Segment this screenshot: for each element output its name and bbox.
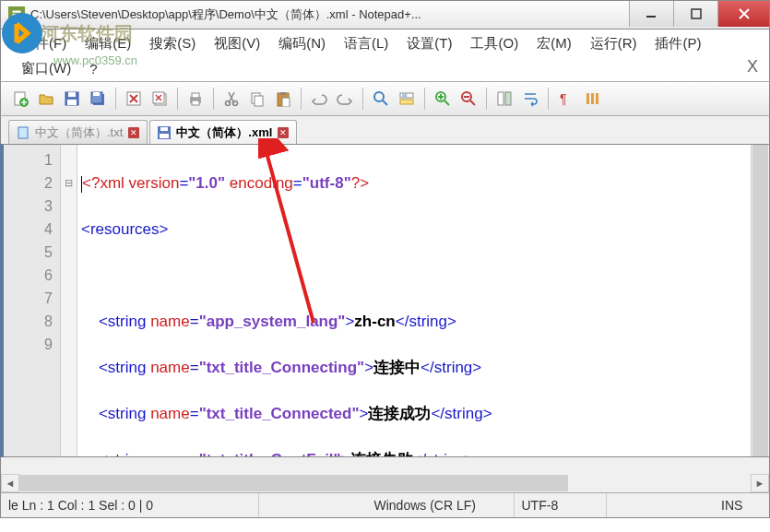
menu-plugins[interactable]: 插件(P) <box>649 33 706 54</box>
svg-rect-34 <box>18 127 28 138</box>
cut-button[interactable] <box>219 87 243 111</box>
tab-label: 中文（简体）.txt <box>35 124 123 141</box>
status-encoding: UTF-8 <box>515 493 607 517</box>
line-number: 6 <box>4 264 60 287</box>
open-file-button[interactable] <box>34 87 58 111</box>
menu-tools[interactable]: 工具(O) <box>465 33 524 54</box>
svg-rect-1 <box>646 16 656 18</box>
word-wrap-button[interactable] <box>518 87 542 111</box>
watermark-text: 河东软件园 <box>41 21 133 46</box>
paste-button[interactable] <box>271 87 295 111</box>
tab-label: 中文（简体）.xml <box>176 124 272 141</box>
find-button[interactable] <box>369 87 393 111</box>
menu-run[interactable]: 运行(R) <box>585 33 643 54</box>
code-editor[interactable]: <?xml version="1.0" encoding="utf-8"?> <… <box>77 145 751 456</box>
svg-point-19 <box>233 101 238 106</box>
svg-rect-27 <box>400 100 413 104</box>
line-number: 4 <box>4 218 60 241</box>
zoom-in-button[interactable] <box>431 87 455 111</box>
tab-xml-file[interactable]: 中文（简体）.xml ✕ <box>149 120 297 144</box>
fold-toggle[interactable]: ⊟ <box>61 171 77 195</box>
svg-rect-31 <box>498 92 503 105</box>
toolbar-separator <box>213 88 214 110</box>
svg-point-25 <box>374 92 384 101</box>
menu-search[interactable]: 搜索(S) <box>144 33 201 54</box>
svg-rect-8 <box>67 100 77 105</box>
scroll-right-icon[interactable]: ► <box>751 474 769 492</box>
file-icon <box>17 126 30 139</box>
svg-text:¶: ¶ <box>560 91 567 106</box>
undo-button[interactable] <box>307 87 331 111</box>
editor-area: 1 2 3 4 5 6 7 8 9 ⊟ <?xml version="1.0" … <box>0 144 770 457</box>
line-number: 9 <box>4 333 60 356</box>
redo-button[interactable] <box>333 87 357 111</box>
line-number: 7 <box>4 287 60 310</box>
tab-close-icon[interactable]: ✕ <box>278 127 289 138</box>
print-button[interactable] <box>184 87 207 111</box>
replace-button[interactable]: ab <box>395 87 419 111</box>
save-icon <box>158 126 171 139</box>
scroll-left-icon[interactable]: ◄ <box>1 474 19 492</box>
save-button[interactable] <box>60 87 84 111</box>
menu-view[interactable]: 视图(V) <box>208 33 266 54</box>
menu-encoding[interactable]: 编码(N) <box>273 33 331 54</box>
menu-language[interactable]: 语言(L) <box>338 33 394 54</box>
svg-rect-32 <box>505 92 511 105</box>
svg-point-18 <box>226 101 231 106</box>
watermark-overlay: 河东软件园 <box>0 11 133 55</box>
menu-help[interactable]: ? <box>84 59 102 78</box>
svg-rect-17 <box>192 100 199 105</box>
vertical-scrollbar[interactable] <box>751 145 769 456</box>
menu-close-icon[interactable]: X <box>747 57 758 77</box>
indent-guide-button[interactable] <box>580 87 604 111</box>
menu-macro[interactable]: 宏(M) <box>531 33 577 54</box>
tab-close-icon[interactable]: ✕ <box>128 127 139 138</box>
menu-settings[interactable]: 设置(T) <box>401 33 457 54</box>
menu-window[interactable]: 窗口(W) <box>16 58 77 79</box>
toolbar-separator <box>424 88 425 110</box>
tab-bar: 中文（简体）.txt ✕ 中文（简体）.xml ✕ <box>0 116 770 144</box>
new-file-button[interactable] <box>8 87 32 111</box>
watermark-logo-icon <box>0 11 44 55</box>
line-number: 8 <box>4 310 60 333</box>
line-number: 2 <box>4 171 60 195</box>
copy-button[interactable] <box>245 87 269 111</box>
maximize-button[interactable] <box>673 1 717 27</box>
tab-txt-file[interactable]: 中文（简体）.txt ✕ <box>8 120 148 144</box>
svg-rect-16 <box>192 93 199 98</box>
save-all-button[interactable] <box>86 87 110 111</box>
toolbar: ab ¶ <box>0 81 770 116</box>
sync-scroll-button[interactable] <box>492 87 516 111</box>
line-number-gutter: 1 2 3 4 5 6 7 8 9 <box>4 145 61 456</box>
status-position: le Ln : 1 Col : 1 Sel : 0 | 0 <box>1 493 259 517</box>
svg-rect-23 <box>280 92 286 95</box>
toolbar-separator <box>486 88 487 110</box>
toolbar-separator <box>301 88 302 110</box>
toolbar-separator <box>177 88 178 110</box>
editor-gap <box>0 457 770 474</box>
svg-rect-2 <box>692 9 701 18</box>
toolbar-separator <box>115 88 116 110</box>
zoom-out-button[interactable] <box>456 87 480 111</box>
svg-rect-11 <box>93 92 100 96</box>
minimize-button[interactable] <box>629 1 673 27</box>
close-file-button[interactable] <box>122 87 146 111</box>
show-all-chars-button[interactable]: ¶ <box>554 87 578 111</box>
svg-rect-24 <box>282 98 290 107</box>
line-number: 3 <box>4 195 60 218</box>
horizontal-scrollbar[interactable]: ◄ ► <box>0 474 770 492</box>
window-controls <box>629 1 769 29</box>
toolbar-separator <box>362 88 363 110</box>
svg-rect-36 <box>160 127 168 131</box>
status-insert-mode: INS <box>714 493 769 517</box>
close-button[interactable] <box>717 1 769 27</box>
close-all-button[interactable] <box>148 87 172 111</box>
line-number: 5 <box>4 241 60 264</box>
status-eol: Windows (CR LF) <box>367 493 515 517</box>
toolbar-separator <box>548 88 549 110</box>
svg-rect-37 <box>160 134 169 138</box>
svg-point-3 <box>2 13 42 53</box>
svg-rect-7 <box>68 92 76 97</box>
line-number: 1 <box>4 148 60 171</box>
fold-column: ⊟ <box>61 145 77 456</box>
